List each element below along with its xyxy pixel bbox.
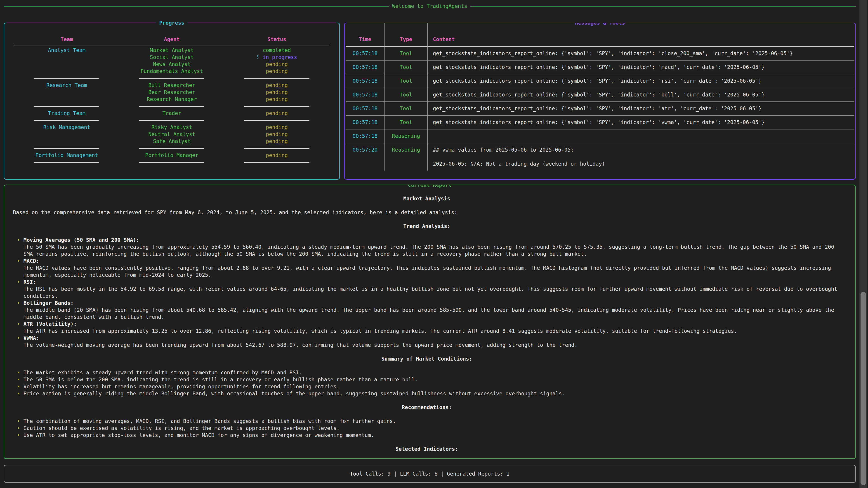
bullet-text: The ATR has increased from approximately…: [24, 328, 841, 335]
status-text: pending: [266, 61, 288, 67]
separator-team: [34, 106, 99, 107]
message-type: Tool: [384, 101, 428, 115]
bullet-text: The middle band (20 SMA) has been rising…: [24, 306, 841, 321]
agent-cell: Trader: [119, 110, 224, 117]
team-cell: [14, 89, 119, 96]
bullet-icon: •: [17, 258, 20, 279]
bullet-text: Use ATR to set appropriate stop-loss lev…: [24, 432, 841, 439]
team-cell: [14, 54, 119, 61]
status-cell: pending: [224, 152, 329, 159]
scrollbar-track[interactable]: [860, 0, 867, 488]
message-time: 00:57:18: [346, 88, 384, 101]
report-heading: Market Analysis: [13, 195, 841, 202]
separator-agent: [139, 162, 204, 163]
message-content: get_stockstats_indicators_report_online:…: [428, 88, 854, 101]
team-cell: Risk Management: [14, 124, 119, 131]
section-heading: Selected Indicators:: [13, 446, 841, 453]
bullet-list: •Moving Averages (50 SMA and 200 SMA):Th…: [13, 236, 841, 349]
messages-table: Time Type Content 00:57:18Toolget_stocks…: [346, 23, 854, 170]
messages-panel: Messages & Tools Time Type Content 00:57…: [344, 23, 856, 180]
bullet-icon: •: [17, 390, 20, 397]
bullet-icon: •: [17, 418, 20, 425]
message-content: get_stockstats_indicators_report_online:…: [428, 74, 854, 88]
bullet-item: •Volatility has increased but remains ma…: [17, 383, 841, 390]
bullet-item: •The 50 SMA is below the 200 SMA, indica…: [17, 376, 841, 383]
spinner-icon: ⠇: [256, 54, 260, 60]
message-time: 00:57:18: [346, 101, 384, 115]
agent-cell: Neutral Analyst: [119, 131, 224, 138]
progress-row: Safe Analystpending: [14, 138, 329, 145]
progress-row: Portfolio ManagementPortfolio Managerpen…: [14, 152, 329, 159]
bullet-text: The 50 SMA is below the 200 SMA, indicat…: [24, 376, 841, 383]
top-panels-row: Progress Team Agent Status Analyst TeamM…: [4, 23, 856, 180]
section-heading: Summary of Market Conditions:: [13, 355, 841, 362]
messages-col-content: Content: [428, 23, 854, 46]
message-type: Reasoning: [384, 129, 428, 143]
progress-row: Analyst TeamMarket Analystcompleted: [14, 47, 329, 54]
status-cell: pending: [224, 82, 329, 89]
progress-panel-title: Progress: [156, 20, 188, 26]
status-cell: pending: [224, 96, 329, 103]
bullet-icon: •: [17, 300, 20, 321]
bullet-icon: •: [17, 236, 20, 258]
section-heading: Recommendations:: [13, 404, 841, 411]
status-text: pending: [266, 138, 288, 144]
group-separator: [14, 145, 329, 152]
agent-cell: Portfolio Manager: [119, 152, 224, 159]
bullet-content: VWMA:The volume-weighted moving average …: [24, 335, 841, 349]
progress-row: Research TeamBull Researcherpending: [14, 82, 329, 89]
separator-agent: [139, 120, 204, 121]
progress-row: Neutral Analystpending: [14, 131, 329, 138]
report-body: Market Analysis Based on the comprehensi…: [4, 185, 855, 453]
bullet-content: Moving Averages (50 SMA and 200 SMA):The…: [24, 236, 841, 258]
separator-status: [244, 148, 309, 149]
report-panel-title: Current Report: [405, 185, 455, 188]
bullet-item: •VWMA:The volume-weighted moving average…: [17, 335, 841, 349]
bullet-list: •The market exhibits a steady upward tre…: [13, 369, 841, 397]
message-content: get_stockstats_indicators_report_online:…: [428, 115, 854, 129]
message-type: Tool: [384, 115, 428, 129]
bullet-item: •Caution should be exercised as volatili…: [17, 425, 841, 432]
bullet-text: Volatility has increased but remains man…: [24, 383, 841, 390]
bullet-item: •The combination of moving averages, MAC…: [17, 418, 841, 425]
status-cell: pending: [224, 89, 329, 96]
progress-header-separator: [14, 45, 329, 45]
message-type: Tool: [384, 74, 428, 88]
welcome-rule: Welcome to TradingAgents: [4, 2, 856, 10]
message-content: get_stockstats_indicators_report_online:…: [428, 46, 854, 60]
bullet-item: •The market exhibits a steady upward tre…: [17, 369, 841, 376]
separator-team: [34, 148, 99, 149]
bullet-icon: •: [17, 425, 20, 432]
bullet-content: The market exhibits a steady upward tren…: [24, 369, 841, 376]
bullet-text: The 50 SMA has been gradually increasing…: [24, 243, 841, 258]
agent-cell: Safe Analyst: [119, 138, 224, 145]
progress-row: Risk ManagementRisky Analystpending: [14, 124, 329, 131]
message-content: ## vwma values from 2025-05-06 to 2025-0…: [428, 143, 854, 170]
message-content: [428, 129, 854, 143]
bullet-item: •ATR (Volatility):The ATR has increased …: [17, 321, 841, 335]
bullet-label: RSI:: [24, 279, 841, 286]
progress-row: Fundamentals Analystpending: [14, 68, 329, 75]
bullet-item: •Moving Averages (50 SMA and 200 SMA):Th…: [17, 236, 841, 258]
bullet-label: ATR (Volatility):: [24, 321, 841, 328]
bullet-icon: •: [17, 432, 20, 439]
agent-cell: Social Analyst: [119, 54, 224, 61]
bullet-icon: •: [17, 383, 20, 390]
welcome-title: Welcome to TradingAgents: [392, 3, 467, 10]
footer-status-bar: Tool Calls: 9 | LLM Calls: 6 | Generated…: [4, 465, 856, 483]
bullet-content: The combination of moving averages, MACD…: [24, 418, 841, 425]
bullet-text: The combination of moving averages, MACD…: [24, 418, 841, 425]
team-cell: [14, 96, 119, 103]
status-text: pending: [266, 110, 288, 116]
bullet-item: •Use ATR to set appropriate stop-loss le…: [17, 432, 841, 439]
bullet-content: Bollinger Bands:The middle band (20 SMA)…: [24, 300, 841, 321]
bullet-icon: •: [17, 369, 20, 376]
footer-stats: Tool Calls: 9 | LLM Calls: 6 | Generated…: [350, 470, 509, 477]
bullet-content: Price action is generally riding the mid…: [24, 390, 841, 397]
team-cell: [14, 131, 119, 138]
scrollbar-thumb[interactable]: [861, 292, 866, 485]
progress-row: Trading TeamTraderpending: [14, 110, 329, 117]
team-cell: Research Team: [14, 82, 119, 89]
status-cell: pending: [224, 138, 329, 145]
progress-col-status: Status: [224, 36, 329, 43]
